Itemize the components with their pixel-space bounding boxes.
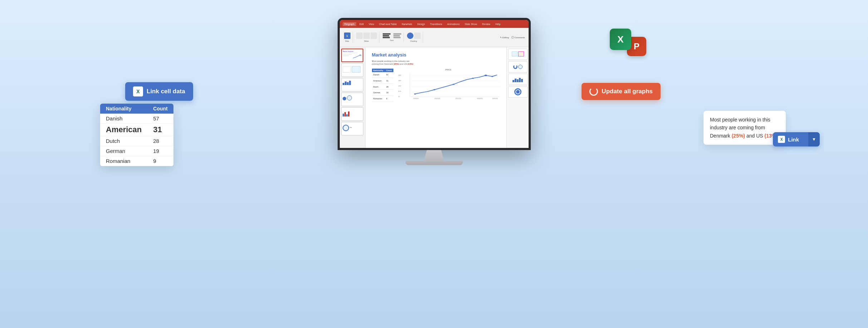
slide-table-header-count: Count <box>385 69 393 72</box>
svg-point-17 <box>414 93 416 94</box>
ribbon-section-3: Font <box>381 33 404 42</box>
table-row: American31 <box>100 124 173 136</box>
table-cell-nationality: American <box>100 124 147 136</box>
slide-content-row: Nationality Count Danish57American31Dutc… <box>372 69 500 102</box>
dropdown-arrow: ▼ <box>812 137 816 142</box>
slide-chart: PRICE 0 10 <box>397 69 500 102</box>
right-panel-thumb-2[interactable] <box>508 61 528 73</box>
slide-thumb-2[interactable] <box>341 63 363 77</box>
table-cell-nationality: Danish <box>100 114 147 124</box>
monitor-base <box>406 161 463 165</box>
slides-panel[interactable]: Market analysis <box>340 47 366 148</box>
table-cell-count: 9 <box>147 156 173 166</box>
table-row: Danish57 <box>100 114 173 124</box>
link-cell-data-button[interactable]: X Link cell data <box>125 82 193 101</box>
ribbon-btn-layout[interactable] <box>363 33 370 39</box>
ppt-tab-ringraph[interactable]: Ringraph <box>343 22 356 26</box>
link-button-right[interactable]: X Link ▼ <box>773 132 820 146</box>
ppt-tab-review[interactable]: Review <box>480 22 492 26</box>
monitor-neck <box>420 150 448 161</box>
slide-thumb-1[interactable]: Market analysis <box>341 49 363 62</box>
ribbon-btn-new[interactable] <box>356 33 363 39</box>
ribbon-section-4: Drawing <box>405 32 423 43</box>
ribbon-btn-shape[interactable] <box>407 33 413 39</box>
table-cell-count: 57 <box>147 114 173 124</box>
slide-table-row: Danish57 <box>372 72 393 78</box>
right-panel-thumb-1[interactable] <box>508 49 528 60</box>
slide-mini-table: Nationality Count Danish57American31Dutc… <box>372 69 393 102</box>
svg-point-20 <box>472 78 474 79</box>
excel-icon-link: X <box>778 136 785 143</box>
ribbon-comments: 💬 Comments <box>511 36 526 39</box>
slide-title: Market analysis <box>372 52 500 58</box>
svg-text:2025: 2025 <box>492 98 498 99</box>
ppt-tab-slideshow[interactable]: Slide Show <box>463 22 479 26</box>
ppt-right-panel <box>506 47 529 148</box>
table-cell-nationality: Dutch <box>100 136 147 146</box>
update-all-graphs-button[interactable]: Update all graphs <box>582 83 661 100</box>
ribbon-btn-arrange[interactable] <box>414 33 421 39</box>
refresh-icon <box>589 87 598 96</box>
ribbon-editor: ✎ Editing <box>500 36 510 39</box>
slide-description: Most people working in this industry are… <box>372 60 415 66</box>
slide-thumb-5[interactable] <box>341 107 363 121</box>
link-btn-dropdown[interactable]: ▼ <box>808 132 820 146</box>
ribbon-section-1: 1 Slide <box>342 32 353 43</box>
right-text-mid: and US <box>745 133 764 139</box>
slide-thumb-3[interactable] <box>341 78 363 91</box>
right-panel-thumb-3[interactable] <box>508 74 528 85</box>
ppt-tab-transitions[interactable]: Transitions <box>428 22 444 26</box>
excel-app-icon[interactable]: X <box>610 29 631 50</box>
ribbon-btn-1[interactable]: 1 <box>344 33 350 39</box>
slide-table-row: American31 <box>372 78 393 84</box>
svg-text:30: 30 <box>398 80 401 81</box>
link-btn-content: X Link <box>773 132 804 146</box>
ribbon-section-2: Slides <box>354 32 379 43</box>
slide-thumb-4[interactable] <box>341 93 363 106</box>
svg-text:20: 20 <box>398 85 401 86</box>
slide-thumb-6[interactable]: Data <box>341 122 363 135</box>
table-row: Romanian9 <box>100 156 173 166</box>
slide-table-header-nat: Nationality <box>372 69 385 72</box>
table-cell-count: 31 <box>147 124 173 136</box>
slide-table-row: Dutch28 <box>372 84 393 90</box>
ribbon-btn-reset[interactable] <box>371 33 377 39</box>
ppt-tab-design[interactable]: Design <box>416 22 427 26</box>
svg-text:2005: 2005 <box>413 98 419 99</box>
ppt-interface: Ringraph Edit View Chart and Table Narwh… <box>340 20 529 148</box>
slide-chart-svg: 0 10 20 30 40 2005 2010 2015 2020 2025 <box>397 72 500 100</box>
ppt-tab-help[interactable]: Help <box>494 22 502 26</box>
ppt-tab-edit[interactable]: Edit <box>358 22 366 26</box>
link-btn-label: Link <box>788 136 799 143</box>
right-panel-thumb-4[interactable] <box>508 86 528 98</box>
svg-text:2020: 2020 <box>477 98 482 99</box>
table-cell-nationality: Romanian <box>100 156 147 166</box>
monitor-screen: Ringraph Edit View Chart and Table Narwh… <box>338 18 531 150</box>
svg-point-21 <box>484 75 487 76</box>
ms-icons-group: X P <box>610 29 646 50</box>
data-table: Nationality Count Danish57American31Dutc… <box>100 104 173 166</box>
ppt-tab-view[interactable]: View <box>367 22 376 26</box>
table-row: Dutch28 <box>100 136 173 146</box>
link-cell-data-label: Link cell data <box>147 88 185 95</box>
ppt-tab-narwhals[interactable]: Narwhals <box>400 22 414 26</box>
ppt-body: Market analysis <box>340 47 529 148</box>
svg-text:2010: 2010 <box>434 98 440 99</box>
ppt-tab-chart[interactable]: Chart and Table <box>377 22 398 26</box>
svg-point-19 <box>452 84 454 85</box>
monitor: Ringraph Edit View Chart and Table Narwh… <box>338 18 531 165</box>
floating-data-table: Nationality Count Danish57American31Dutc… <box>100 104 173 166</box>
svg-text:10: 10 <box>398 90 401 92</box>
svg-point-22 <box>491 76 493 77</box>
update-graphs-label: Update all graphs <box>602 88 653 95</box>
svg-text:2015: 2015 <box>455 98 461 99</box>
ppt-tab-animations[interactable]: Animations <box>445 22 461 26</box>
table-cell-count: 28 <box>147 136 173 146</box>
svg-point-0 <box>359 55 361 56</box>
table-header-nationality: Nationality <box>100 104 147 114</box>
slide-table-row: Romanian9 <box>372 96 393 102</box>
table-cell-count: 19 <box>147 146 173 156</box>
ppt-ribbon: 1 Slide Slides <box>340 28 529 47</box>
table-cell-nationality: German <box>100 146 147 156</box>
slide-chart-title: PRICE <box>397 69 500 71</box>
